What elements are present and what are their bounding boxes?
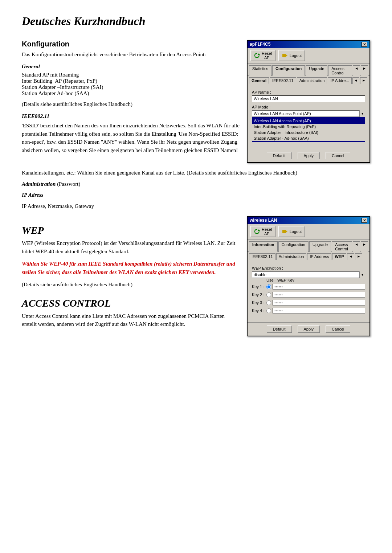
- tab-upgrade[interactable]: Upgrade: [306, 65, 327, 76]
- dialog2-close-button[interactable]: ✕: [362, 218, 367, 223]
- inner-tab2-prev-arrow[interactable]: ◄: [347, 253, 354, 260]
- wep-key1-row: Key 1 :: [252, 284, 365, 290]
- svg-marker-2: [286, 54, 287, 57]
- channel-text: Kanaleinstellungen, etc.: Wählen Sie ein…: [22, 169, 370, 177]
- dialog2-reset-button[interactable]: ResetAP: [250, 226, 275, 237]
- dialog1-footer: Default Apply Cancel: [248, 149, 369, 162]
- dropdown-item-4[interactable]: Station Adapter - Ad-hoc (SAA): [252, 135, 365, 141]
- dialog1-default-button[interactable]: Default: [267, 152, 292, 159]
- logout-icon-2: [282, 228, 288, 235]
- inner-tab-prev-arrow[interactable]: ◄: [352, 77, 360, 84]
- reset-label-2: ResetAP: [262, 227, 272, 236]
- svg-marker-0: [258, 53, 260, 55]
- tab2-access-control[interactable]: Access Control: [332, 241, 352, 252]
- dialog2-default-button[interactable]: Default: [267, 325, 292, 333]
- konfiguration-intro: Das Konfigurationstool ermöglicht versch…: [22, 50, 240, 59]
- general-label: General: [22, 62, 240, 71]
- dropdown-item-1[interactable]: Wireless LAN Access Point (AP): [252, 118, 365, 124]
- dialog2-logout-button[interactable]: Logout: [278, 226, 305, 237]
- dropdown-item-3[interactable]: Station Adapter - Infrastructure (SAI): [252, 130, 365, 135]
- dialog1-reset-button[interactable]: ResetAP: [250, 50, 275, 61]
- inner-tab-general[interactable]: General: [249, 77, 269, 84]
- dialog1-logout-button[interactable]: Logout: [278, 50, 305, 61]
- wep-key3-label: Key 3 :: [252, 300, 266, 305]
- dialog1-inner-tabs: General IEEE802.11 Administration IP Add…: [248, 76, 369, 83]
- svg-rect-4: [282, 230, 286, 233]
- dialog1-content: AP Name : AP Mode : Wireless LAN Access …: [248, 83, 369, 146]
- ap-mode-select-container: Wireless LAN Access Point (AP) ▼: [252, 110, 365, 117]
- wep-encryption-select-container: disable ▼: [252, 271, 365, 278]
- ap-name-label: AP Name :: [252, 90, 365, 94]
- dialog2-content: WEP Encryption : disable ▼ Use WEP Key K…: [248, 259, 369, 319]
- list-item: Standard AP mit Roaming: [22, 72, 240, 78]
- logout-label-2: Logout: [290, 229, 302, 234]
- inner-tab2-ip[interactable]: IP Address: [307, 253, 331, 260]
- tab2-configuration[interactable]: Configuration: [278, 241, 309, 252]
- konfiguration-heading: Konfiguration: [22, 40, 240, 48]
- wep-key3-radio[interactable]: [266, 300, 271, 305]
- dialog1-apply-button[interactable]: Apply: [298, 152, 320, 159]
- svg-rect-1: [282, 54, 286, 57]
- wep-key3-input[interactable]: [273, 300, 365, 306]
- tab2-upgrade[interactable]: Upgrade: [309, 241, 331, 252]
- tab2-prev-arrow[interactable]: ◄: [353, 241, 360, 252]
- inner-tab2-admin[interactable]: Administration: [276, 253, 307, 260]
- wep-intro: WEP (Wireless Encryption Protocol) ist d…: [22, 239, 240, 255]
- wep-key2-input[interactable]: [273, 292, 365, 298]
- dialog2-title: wireless LAN: [250, 218, 277, 223]
- ip-text: IP Adresse, Netzmaske, Gateway: [22, 202, 370, 210]
- dialog1-cancel-button[interactable]: Cancel: [326, 152, 350, 159]
- wep-encryption-select[interactable]: disable: [252, 271, 365, 278]
- tab-next-arrow[interactable]: ►: [361, 65, 368, 76]
- dialog2-titlebar: wireless LAN ✕: [248, 217, 369, 224]
- wep-highlight: Wählen Sie WEP-40 für zum IEEE Standard …: [22, 260, 240, 276]
- ip-label: IP Adress: [22, 191, 370, 199]
- list-item: Station Adapter –Infrastructure (SAI): [22, 84, 240, 90]
- dialog2-toolbar: ResetAP Logout: [248, 224, 369, 239]
- wep-key4-row: Key 4 :: [252, 308, 365, 314]
- tab2-information[interactable]: Information: [249, 241, 278, 252]
- dialog2-apply-button[interactable]: Apply: [298, 325, 320, 333]
- inner-tab-ieee[interactable]: IEEE802.11: [270, 77, 296, 84]
- reset-label: ResetAP: [262, 51, 272, 60]
- admin-label: Administration (Passwort): [22, 180, 370, 188]
- inner-tab-admin[interactable]: Administration: [297, 77, 327, 84]
- wep-key1-input[interactable]: [273, 284, 365, 290]
- inner-tab2-next-arrow[interactable]: ►: [355, 253, 362, 260]
- ap-name-input[interactable]: [252, 95, 365, 102]
- wep-use-header: Use WEP Key: [266, 278, 365, 282]
- wep-key2-radio[interactable]: [266, 292, 271, 297]
- dialog2-cancel-button[interactable]: Cancel: [326, 325, 350, 333]
- ap-mode-select[interactable]: Wireless LAN Access Point (AP): [252, 110, 365, 117]
- list-item: Station Adapter Ad-hoc (SAA): [22, 90, 240, 97]
- inner-tab-ip[interactable]: IP Addre...: [328, 77, 351, 84]
- dropdown-item-2[interactable]: Inter-Building with Repeating (PxP): [252, 124, 365, 130]
- svg-marker-3: [258, 229, 260, 231]
- tab-prev-arrow[interactable]: ◄: [353, 65, 360, 76]
- dialog1-close-button[interactable]: ✕: [362, 42, 367, 47]
- dialog1-toolbar: ResetAP Logout: [248, 48, 369, 64]
- reset-icon: [254, 52, 260, 59]
- inner-tab2-wep[interactable]: WEP: [332, 253, 346, 260]
- wep-key1-radio[interactable]: [266, 284, 271, 289]
- ieee-text: 'ESSID' bezeichnet den Namen des von Ihn…: [22, 122, 240, 154]
- reset-icon-2: [254, 228, 260, 235]
- dialog1-outer-tabs: Statistics Configuration Upgrade Access …: [248, 64, 369, 76]
- wep-key1-label: Key 1 :: [252, 284, 266, 289]
- dialog2-footer: Default Apply Cancel: [248, 322, 369, 336]
- tab-configuration[interactable]: Configuration: [272, 65, 305, 76]
- config-dialog: apF1F4C5 ✕ ResetAP Logout: [247, 40, 370, 163]
- ap-mode-label: AP Mode :: [252, 105, 365, 109]
- tab-statistics[interactable]: Statistics: [249, 65, 271, 76]
- wep-title: WEP: [22, 225, 240, 236]
- tab-access-control[interactable]: Access Control: [328, 65, 352, 76]
- wep-key2-label: Key 2 :: [252, 292, 266, 297]
- wep-key4-radio[interactable]: [266, 308, 271, 313]
- ieee-label: IEEE802.11: [22, 112, 240, 120]
- tab2-next-arrow[interactable]: ►: [361, 241, 368, 252]
- inner-tab2-ieee[interactable]: IEEE802.11: [249, 253, 275, 260]
- wep-key3-row: Key 3 :: [252, 300, 365, 306]
- wep-key4-input[interactable]: [273, 308, 365, 314]
- inner-tab-next-arrow[interactable]: ►: [360, 77, 367, 84]
- logout-label: Logout: [290, 53, 302, 58]
